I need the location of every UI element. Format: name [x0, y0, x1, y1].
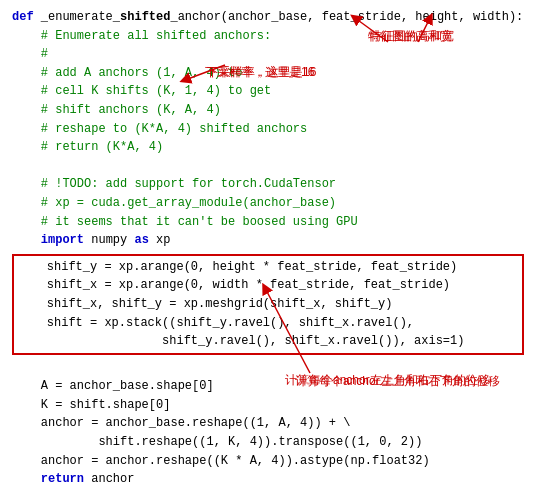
- code-line-13: import numpy as xp: [12, 231, 524, 250]
- code-line-16: shift_x, shift_y = xp.meshgrid(shift_x, …: [18, 295, 518, 314]
- highlighted-code-block: shift_y = xp.arange(0, height * feat_str…: [12, 254, 524, 355]
- annotation-feature-hw-text: 特征图的高和宽: [368, 28, 452, 45]
- code-line-14: shift_y = xp.arange(0, height * feat_str…: [18, 258, 518, 277]
- code-line-1: def _enumerate_shifted_anchor(anchor_bas…: [12, 8, 524, 27]
- code-line-7: # reshape to (K*A, 4) shifted anchors: [12, 120, 524, 139]
- annotation-downsample-text: 下采样率，这里是16: [205, 64, 314, 81]
- code-line-11: # xp = cuda.get_array_module(anchor_base…: [12, 194, 524, 213]
- code-line-15: shift_x = xp.arange(0, width * feat_stri…: [18, 276, 518, 295]
- annotation-compute-corners-text: 计算每个anchor左上角和右下角的位移: [285, 372, 490, 389]
- code-line-8: # return (K*A, 4): [12, 138, 524, 157]
- code-line-25: return anchor: [12, 470, 524, 489]
- code-line-10: # !TODO: add support for torch.CudaTenso…: [12, 175, 524, 194]
- code-line-9: [12, 157, 524, 176]
- code-line-6: # shift anchors (K, A, 4): [12, 101, 524, 120]
- code-line-18: shift_y.ravel(), shift_x.ravel()), axis=…: [18, 332, 518, 351]
- code-line-5: # cell K shifts (K, 1, 4) to get: [12, 82, 524, 101]
- code-line-22: anchor = anchor_base.reshape((1, A, 4)) …: [12, 414, 524, 433]
- code-line-3: #: [12, 45, 524, 64]
- code-line-12: # it seems that it can't be boosed using…: [12, 213, 524, 232]
- code-line-21: K = shift.shape[0]: [12, 396, 524, 415]
- code-line-23: shift.reshape((1, K, 4)).transpose((1, 0…: [12, 433, 524, 452]
- code-line-24: anchor = anchor.reshape((K * A, 4)).asty…: [12, 452, 524, 471]
- code-line-17: shift = xp.stack((shift_y.ravel(), shift…: [18, 314, 518, 333]
